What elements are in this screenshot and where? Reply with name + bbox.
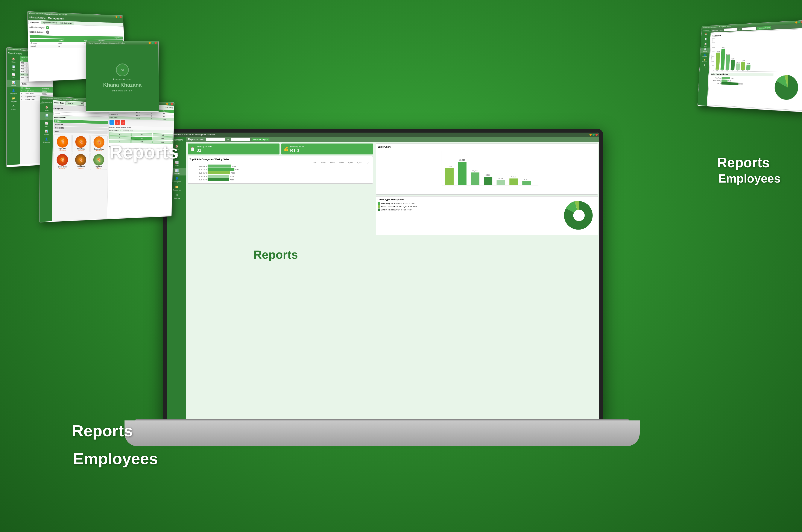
sidebar-item-reports[interactable]: 📊 Reports <box>7 80 20 87</box>
table-t6[interactable]: tbl 6 <box>153 137 173 140</box>
down-btn[interactable]: ↓ <box>115 120 120 125</box>
sidebar-item-settings[interactable]: ⚙ Settings <box>7 103 20 111</box>
y-label: 5000 <box>712 65 714 66</box>
bar-value-2: 18,913 <box>722 47 725 49</box>
splash-title-text: KhanaKhazana Restaurant Management Syste… <box>88 42 125 44</box>
table-t2[interactable]: tbl 2 <box>131 133 152 136</box>
item-veg[interactable]: 🍕 Veg Pizza Rs 200.0 <box>90 153 107 170</box>
top5-label-4: SUB-CAT 4 <box>189 176 207 177</box>
reports-label-screen: Reports <box>253 248 298 262</box>
category-pills: PIZZA BURGER CHICKEN Beef <box>53 119 108 135</box>
splash-max[interactable] <box>151 42 154 44</box>
svg-val-6: 6,500 <box>511 176 516 178</box>
sidebar-item-categories[interactable]: 📁 Categories <box>7 95 20 103</box>
rr-to-input[interactable] <box>742 27 756 31</box>
close-btn[interactable] <box>120 16 122 18</box>
splash-main-title: Khana Khazana <box>103 82 142 88</box>
y-label: 10000 <box>711 61 714 62</box>
item-supreme[interactable]: 🍕 Supreme Pizza Rs 300.0 <box>90 135 108 152</box>
rr-employees[interactable]: 👤 Employees <box>700 53 710 58</box>
item-tikka[interactable]: 🍕 Tikka Pizza Rs 350.0 <box>72 135 90 152</box>
rr-min[interactable] <box>795 21 798 24</box>
table-t1[interactable]: tbl 1 <box>109 132 131 136</box>
laptop-from-input[interactable] <box>206 137 225 141</box>
categories-tab[interactable]: Categories <box>29 21 41 24</box>
laptop-generate-btn[interactable]: Generate Report <box>252 138 269 141</box>
table-t5-active[interactable]: tbl 5 <box>131 137 152 140</box>
laptop-min[interactable] <box>589 134 591 136</box>
kabab-emoji: 🍕 <box>78 157 83 162</box>
rr-generate-btn[interactable]: Generate Report <box>757 26 771 30</box>
pos-employees-label: Employees <box>43 141 50 143</box>
splash-min[interactable] <box>149 42 151 44</box>
splash-close[interactable] <box>154 42 157 44</box>
rr-max[interactable] <box>798 21 800 23</box>
rr-settings[interactable]: ⚙ Settings <box>699 63 709 69</box>
pos-sidebar-reports[interactable]: 📊 Reports <box>40 128 53 136</box>
top5-row-3: SUB-CAT 3 7,500 <box>189 171 371 174</box>
sub-categories-tab[interactable]: Sub-Categories <box>59 21 74 25</box>
h-bar-fill-dinein <box>721 82 739 85</box>
sidebar-item-sales[interactable]: 📈 Sales <box>7 72 20 80</box>
rr-pos[interactable]: 🧾 POS <box>701 37 711 42</box>
add-sub-btn[interactable]: + <box>46 26 49 30</box>
up-btn[interactable]: ↑ <box>109 120 114 125</box>
rr-categories[interactable]: 📁 Categories <box>700 58 709 63</box>
items-grid: 🍕 Fajita Pizza Rs 1550.0 🍕 Tikka Pizza <box>52 134 108 171</box>
pos-max[interactable] <box>169 103 170 105</box>
sidebar-item-employees[interactable]: 👤 Employees <box>7 88 20 95</box>
rr-sales[interactable]: 📈 Sales <box>701 42 710 48</box>
top5-bar-2 <box>207 168 234 171</box>
pos-min[interactable] <box>166 103 168 105</box>
rr-reports[interactable]: 📊 Reports <box>700 48 710 53</box>
top5-container: Top 5 Sub-Categories Weekly Sales 1,000 … <box>188 156 373 184</box>
splash-controls <box>149 42 157 44</box>
search-input[interactable] <box>21 82 52 87</box>
pizza-img-fajita: 🍕 <box>57 136 68 148</box>
bar-group-2: 18,913 Tue <box>721 47 725 71</box>
pos-close[interactable] <box>171 103 173 105</box>
pos-sidebar-pos[interactable]: 🧾 POS <box>40 112 53 120</box>
window-controls <box>115 16 122 18</box>
legend-takeaway: Take Away Rs 8713.0 QTY = 13 = 24% <box>378 202 560 205</box>
edit-sub-btn[interactable]: ✎ <box>46 31 49 34</box>
item-crown[interactable]: 🍕 Crown Crust Rs 600.0 <box>53 153 71 170</box>
weekly-orders-info: Weekly Orders 31 <box>197 145 212 153</box>
delete-btn[interactable]: ✕ <box>121 120 125 125</box>
rr-from-input[interactable] <box>724 28 737 31</box>
sidebar-item-home[interactable]: 🏠 Home <box>7 56 20 64</box>
pos-sidebar-sales[interactable]: 📈 Sales <box>40 120 53 128</box>
weekly-sales-icon: 💰 <box>284 147 289 151</box>
search-area <box>20 81 53 87</box>
sidebar-item-pos[interactable]: 🧾 POS <box>7 64 20 72</box>
pie-center <box>573 210 585 221</box>
legend-color-dinein <box>378 209 380 211</box>
laptop-base <box>125 420 640 446</box>
waiter-label: Waiter <box>116 127 120 129</box>
rr-close[interactable] <box>801 21 802 23</box>
minimize-btn[interactable] <box>115 16 117 18</box>
item-kabab[interactable]: 🍕 Kabab Pizza Rs 300.0 <box>72 153 90 170</box>
laptop-max[interactable] <box>593 134 595 136</box>
laptop-left-panel: 📋 Weekly Orders 31 💰 <box>186 142 375 418</box>
table-t3[interactable]: tbl 3 <box>153 133 173 137</box>
table-t4[interactable]: tbl 4 <box>109 136 131 140</box>
pos-sidebar-employees[interactable]: 👤 Employees <box>40 136 53 144</box>
laptop-to-input[interactable] <box>231 137 250 141</box>
categories-icon: 📁 <box>12 96 16 100</box>
laptop-main: Reports From To Generate Report <box>186 137 599 419</box>
order-type-select[interactable]: Dine In Take Away Home Delivery <box>66 101 84 106</box>
bar-group-7: 4,200 Sun <box>746 63 750 72</box>
maximize-btn[interactable] <box>118 16 120 18</box>
item-fajita[interactable]: 🍕 Fajita Pizza Rs 1550.0 <box>53 134 72 152</box>
order-type-weekly-label: Order Type Weekly Sale <box>378 198 560 201</box>
item-price-tikka: Rs 350.0 <box>73 150 89 151</box>
top5-val-3: 7,500 <box>231 172 235 174</box>
laptop-close[interactable] <box>596 134 598 136</box>
svg-bar-5 <box>496 180 505 185</box>
home-icon: 🏠 <box>12 57 16 61</box>
rr-home[interactable]: 🏠 Home <box>701 32 711 37</box>
ingredients-tab[interactable]: Ingredients/Stocks <box>41 21 59 24</box>
pos-sidebar-home[interactable]: 🏠 Home <box>40 104 53 112</box>
order-type-weekly: Order Type Weekly Sale Take Away 8713 Ho… <box>710 73 774 101</box>
